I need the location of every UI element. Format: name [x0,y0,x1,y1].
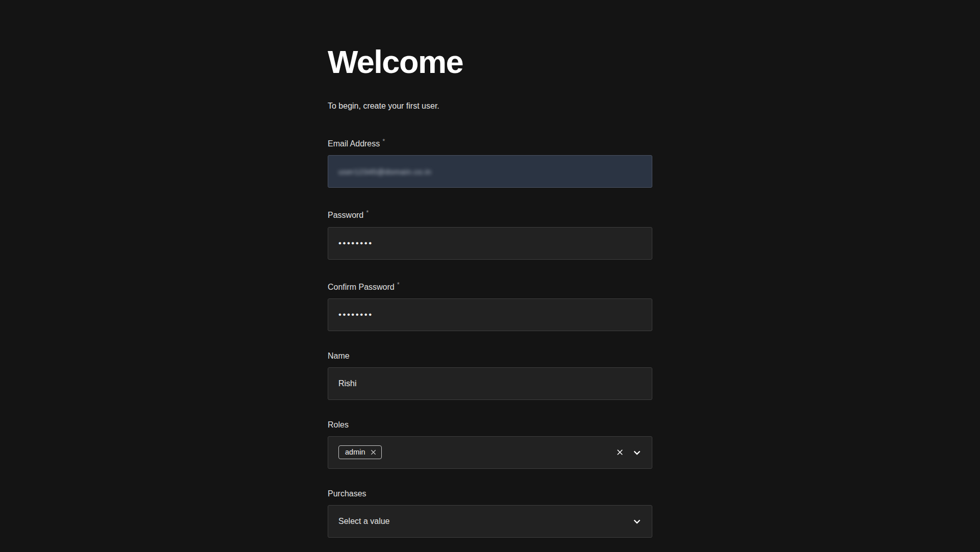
roles-multiselect[interactable]: admin [328,436,652,469]
name-field-group: Name Rishi [328,352,652,400]
email-field-group: Email Address* user12345@domain.co.in [328,137,652,188]
page-subtitle: To begin, create your first user. [328,101,652,111]
purchases-placeholder: Select a value [338,517,390,526]
clear-icon[interactable] [614,447,625,458]
password-input[interactable]: •••••••• [328,227,652,260]
chevron-down-icon[interactable] [631,516,643,527]
create-first-user-form: Welcome To begin, create your first user… [328,0,652,552]
required-asterisk: * [397,281,400,288]
role-chip-label: admin [345,448,365,457]
confirm-password-input[interactable]: •••••••• [328,298,652,331]
chip-remove-icon[interactable] [370,449,377,456]
roles-selected-values: admin [338,445,382,459]
password-masked-value: •••••••• [338,238,373,248]
required-asterisk: * [366,209,369,216]
purchases-field-group: Purchases Select a value [328,489,652,538]
password-label: Password* [328,208,652,220]
name-value: Rishi [338,379,357,388]
roles-label: Roles [328,420,652,430]
page-title: Welcome [328,45,652,79]
purchases-select[interactable]: Select a value [328,505,652,538]
roles-select-controls [614,447,643,458]
email-value-redacted: user12345@domain.co.in [338,167,431,176]
confirm-password-masked-value: •••••••• [338,310,373,320]
roles-field-group: Roles admin [328,420,652,469]
chevron-down-icon[interactable] [631,447,643,458]
required-asterisk: * [382,137,385,145]
password-field-group: Password* •••••••• [328,208,652,259]
purchases-select-controls [631,516,643,527]
email-label: Email Address* [328,137,652,148]
confirm-password-label: Confirm Password* [328,280,652,292]
email-input[interactable]: user12345@domain.co.in [328,155,652,188]
name-input[interactable]: Rishi [328,367,652,400]
confirm-password-field-group: Confirm Password* •••••••• [328,280,652,331]
name-label: Name [328,352,652,361]
purchases-label: Purchases [328,489,652,498]
role-chip-admin[interactable]: admin [338,445,382,459]
